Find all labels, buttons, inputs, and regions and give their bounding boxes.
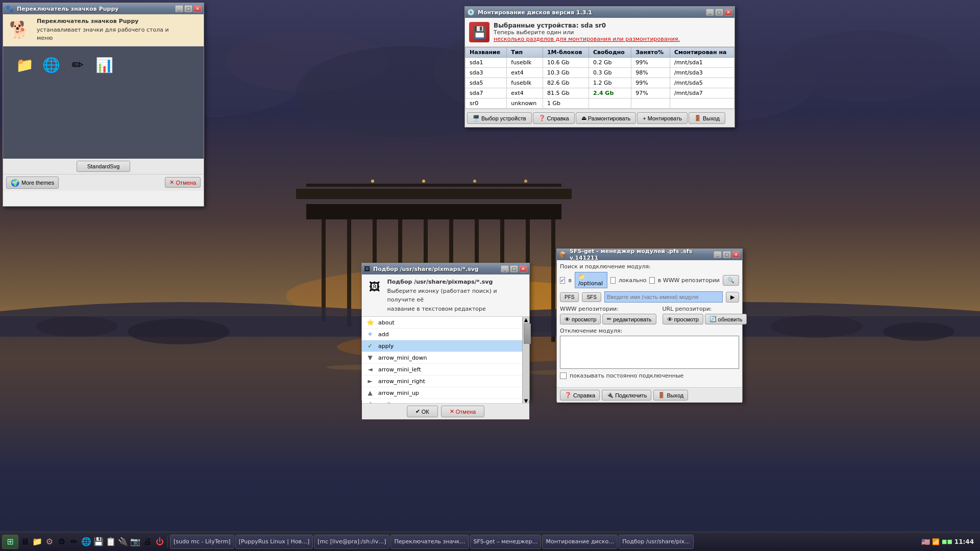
col-used: Занято%	[631, 47, 670, 58]
sfs-go-btn[interactable]: ▶	[726, 292, 739, 303]
cell-blocks: 1 Gb	[543, 98, 589, 109]
taskbar-usb-icon[interactable]: 🔌	[117, 536, 129, 547]
icon-picker-ok-button[interactable]: ✔ ОК	[407, 406, 438, 417]
disk-select-devices-button[interactable]: 🖥️ Выбор устройств	[467, 112, 532, 124]
taskbar-camera-icon[interactable]: 📷	[130, 536, 141, 547]
sfs-minimize[interactable]: _	[714, 251, 722, 258]
list-item[interactable]: ⭐ about	[362, 317, 522, 329]
mount-icon: +	[643, 115, 646, 121]
list-item[interactable]: ► arrow_mini_right	[362, 375, 522, 387]
icon-list[interactable]: ⭐ about + add ✓ apply ▼ arrow_mini_down …	[362, 317, 522, 404]
unmount-icon: ⏏	[581, 115, 586, 121]
puppy-switcher-close[interactable]: ✕	[193, 5, 202, 12]
disk-maximize[interactable]: □	[715, 9, 723, 16]
disk-exit-button[interactable]: 🚪 Выход	[689, 112, 725, 124]
sfs-pfs-btn[interactable]: PFS	[560, 292, 579, 302]
taskbar-config-icon[interactable]: ⚙	[44, 536, 55, 547]
taskbar-settings-icon[interactable]: ⚙	[56, 536, 67, 547]
scroll-down-btn[interactable]: ▼	[523, 398, 529, 404]
sfs-exit-button[interactable]: 🚪 Выход	[653, 390, 688, 400]
svg-rect-11	[306, 204, 561, 219]
svg-point-34	[771, 315, 863, 338]
table-row[interactable]: sda1 fuseblk 10.6 Gb 0.2 Gb 99% /mnt/sda…	[465, 58, 734, 68]
taskbar-start-button[interactable]: ⊞	[2, 535, 18, 549]
devices-icon: 🖥️	[473, 115, 480, 121]
sfs-checkbox-www[interactable]	[649, 277, 654, 284]
taskbar-folder-icon[interactable]: 📁	[32, 536, 43, 547]
icon-list-scrollbar[interactable]: ▲ ▼	[522, 317, 529, 404]
disk-exit-label: Выход	[703, 115, 720, 121]
icon-picker-cancel-button[interactable]: ✕ Отмена	[441, 406, 484, 417]
taskbar-window-button[interactable]: [PuppyRus Linux | Нов…]	[235, 535, 313, 549]
list-item[interactable]: + add	[362, 329, 522, 340]
sfs-close[interactable]: ✕	[732, 251, 740, 258]
table-row[interactable]: sr0 unknown 1 Gb	[465, 98, 734, 109]
list-item[interactable]: ♪ audio	[362, 399, 522, 404]
sfs-maximize[interactable]: □	[723, 251, 731, 258]
list-item[interactable]: ✓ apply	[362, 340, 522, 352]
taskbar-power-icon[interactable]: ⏻	[154, 536, 165, 547]
disk-help-button[interactable]: ❓ Справка	[533, 112, 575, 124]
icon-picker-maximize[interactable]: □	[510, 265, 518, 272]
table-row[interactable]: sda5 fuseblk 82.6 Gb 1.2 Gb 99% /mnt/sda…	[465, 78, 734, 88]
list-item[interactable]: ▲ arrow_mini_up	[362, 387, 522, 399]
scroll-up-btn[interactable]: ▲	[523, 317, 529, 322]
list-item[interactable]: ▼ arrow_mini_down	[362, 352, 522, 364]
sfs-titlebar[interactable]: 📦 SFS-get - менеджер модулей .pfs .sfs v…	[557, 249, 742, 260]
sfs-www-view-btn[interactable]: 👁 просмотр	[560, 314, 601, 324]
taskbar-files-icon[interactable]: 📋	[105, 536, 116, 547]
taskbar-window-button[interactable]: Монтирование диско…	[542, 535, 618, 549]
taskbar-edit-icon[interactable]: ✏	[68, 536, 80, 547]
disk-unmount-button[interactable]: ⏏ Размонтировать	[576, 112, 636, 124]
disk-mount-button[interactable]: + Монтировать	[637, 112, 688, 124]
taskbar-drive-icon[interactable]: 💾	[93, 536, 104, 547]
taskbar-window-button[interactable]: [sudo mc - LilyTerm]	[170, 535, 234, 549]
puppy-switcher-maximize[interactable]: □	[184, 5, 192, 12]
taskbar-window-button[interactable]: Подбор /usr/share/pix…	[619, 535, 694, 549]
scroll-thumb[interactable]	[524, 323, 531, 344]
view-icon: 👁	[565, 316, 570, 322]
taskbar-window-button[interactable]: [mc [live@pra]:/sh:/iv…]	[314, 535, 389, 549]
sfs-module-input[interactable]	[604, 291, 723, 303]
theme-select-button[interactable]: StandardSvg	[77, 161, 131, 172]
sfs-disconnect-textarea[interactable]	[560, 336, 739, 369]
list-item[interactable]: ◄ arrow_mini_left	[362, 364, 522, 375]
cancel-button[interactable]: ✕ Отмена	[165, 177, 201, 188]
sfs-search-icon-btn[interactable]: 🔍	[723, 275, 739, 286]
sfs-checkbox-local[interactable]	[610, 277, 616, 284]
taskbar-network-icon[interactable]: 🌐	[81, 536, 92, 547]
sfs-www-repo-label: WWW репозитории:	[560, 306, 656, 312]
sfs-show-permanent-checkbox[interactable]	[560, 372, 567, 379]
sfs-checkbox-b[interactable]	[560, 277, 565, 284]
icon-picker-close[interactable]: ✕	[519, 265, 527, 272]
taskbar-terminal-icon[interactable]: 🖥	[19, 536, 31, 547]
disk-titlebar[interactable]: 💿 Монтирование дисков версия 1.3.1 _ □ ✕	[465, 7, 734, 18]
taskbar: ⊞ 🖥 📁 ⚙ ⚙ ✏ 🌐 💾 📋 🔌 📷 🖨 ⏻ [sudo mc - Lil…	[0, 532, 980, 551]
sfs-refresh-btn[interactable]: 🔄 обновить	[705, 314, 747, 324]
cell-blocks: 82.6 Gb	[543, 78, 589, 88]
puppy-switcher-minimize[interactable]: _	[175, 5, 183, 12]
list-item-icon: ⭐	[366, 318, 374, 327]
table-row[interactable]: sda7 ext4 81.5 Gb 2.4 Gb 97% /mnt/sda7	[465, 88, 734, 98]
sfs-www-edit-btn[interactable]: ✏ редактировать	[602, 314, 656, 324]
more-themes-button[interactable]: 🌍 More themes	[6, 177, 59, 189]
sfs-url-buttons: 👁 просмотр 🔄 обновить	[663, 314, 747, 324]
sfs-help-button[interactable]: ❓ Справка	[560, 390, 600, 400]
taskbar-window-button[interactable]: SFS-get – менеджер…	[470, 535, 542, 549]
icon-picker-minimize[interactable]: _	[501, 265, 509, 272]
list-item-label: arrow_mini_down	[378, 355, 427, 361]
disk-minimize[interactable]: _	[706, 9, 714, 16]
cancel-label: Отмена	[176, 180, 196, 186]
sfs-url-view-btn[interactable]: 👁 просмотр	[663, 314, 703, 324]
puppy-switcher-titlebar[interactable]: 🐾 Переключатель значков Puppy _ □ ✕	[3, 3, 204, 14]
table-row[interactable]: sda3 ext4 10.3 Gb 0.3 Gb 98% /mnt/sda3	[465, 68, 734, 78]
sfs-row2: PFS SFS ▶	[560, 291, 739, 303]
taskbar-printer-icon[interactable]: 🖨	[142, 536, 153, 547]
puppy-switcher-window: 🐾 Переключатель значков Puppy _ □ ✕ 🐕 Пе…	[3, 3, 204, 207]
icon-picker-titlebar[interactable]: 🖼 Подбор /usr/share/pixmaps/*.svg _ □ ✕	[362, 263, 529, 274]
taskbar-window-button[interactable]: Переключатель значк…	[390, 535, 469, 549]
disk-close[interactable]: ✕	[724, 9, 732, 16]
sfs-sfs-btn[interactable]: SFS	[582, 292, 601, 302]
sfs-connect-button[interactable]: 🔌 Подключить	[602, 390, 651, 400]
picker-cancel-icon: ✕	[450, 408, 454, 415]
